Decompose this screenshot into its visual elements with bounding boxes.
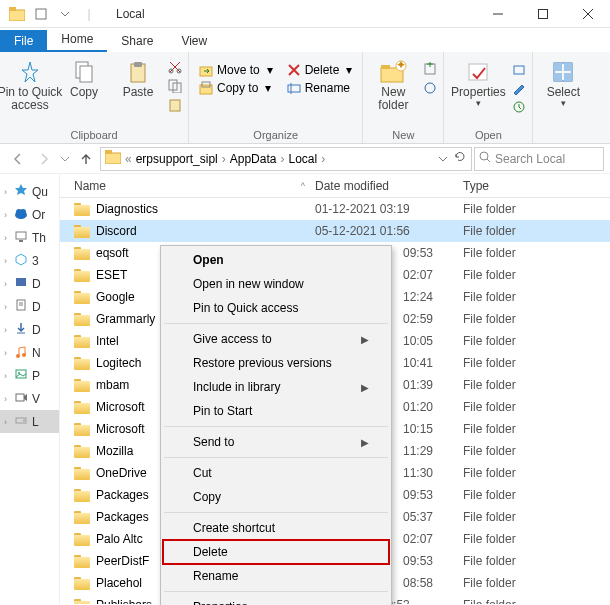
recent-button[interactable] — [58, 147, 72, 171]
app-menu-icon[interactable] — [32, 5, 50, 23]
sidebar-item[interactable]: ›3 — [0, 249, 59, 272]
file-name: PeerDistF — [96, 554, 149, 568]
sidebar-item[interactable]: ›Or — [0, 203, 59, 226]
ctx-rename[interactable]: Rename — [163, 564, 389, 588]
group-clipboard: Clipboard — [70, 127, 117, 141]
new-folder-button[interactable]: ✦New folder — [369, 56, 417, 116]
ctx-open-new-window[interactable]: Open in new window — [163, 272, 389, 296]
svg-rect-15 — [170, 100, 180, 111]
svg-point-52 — [22, 353, 26, 357]
col-date[interactable]: Date modified — [315, 179, 463, 193]
sidebar-item[interactable]: ›V — [0, 387, 59, 410]
tab-home[interactable]: Home — [47, 28, 107, 52]
open-icon[interactable] — [512, 62, 526, 79]
cut-icon[interactable] — [168, 60, 182, 77]
properties-button[interactable]: Properties▾ — [450, 56, 506, 113]
folder-icon — [74, 269, 90, 282]
ctx-include-library[interactable]: Include in library▶ — [163, 375, 389, 399]
file-name: ESET — [96, 268, 127, 282]
ctx-cut[interactable]: Cut — [163, 461, 389, 485]
up-button[interactable] — [74, 147, 98, 171]
address-box[interactable]: « erpsupport_sipl › AppData › Local › — [100, 147, 472, 171]
ctx-delete[interactable]: Delete — [163, 540, 389, 564]
file-name: Diagnostics — [96, 202, 158, 216]
ctx-restore-versions[interactable]: Restore previous versions — [163, 351, 389, 375]
ctx-open[interactable]: Open — [163, 248, 389, 272]
delete-button[interactable]: Delete▾ — [283, 62, 357, 78]
paste-shortcut-icon[interactable] — [168, 98, 182, 115]
qat-dropdown-icon[interactable] — [56, 5, 74, 23]
move-to-button[interactable]: Move to▾ — [195, 62, 277, 78]
file-name: Logitech — [96, 356, 141, 370]
col-type[interactable]: Type — [463, 179, 610, 193]
svg-rect-44 — [16, 232, 26, 239]
down-icon — [14, 321, 28, 338]
ctx-pin-start[interactable]: Pin to Start — [163, 399, 389, 423]
svg-point-28 — [425, 83, 435, 93]
new-item-icon[interactable] — [423, 62, 437, 79]
nav-pane[interactable]: ›Qu›Or›Th›3›D›D›D›N›P›V›L — [0, 174, 60, 604]
file-type: File folder — [463, 290, 610, 304]
sidebar-item[interactable]: ›D — [0, 295, 59, 318]
address-dropdown-icon[interactable] — [439, 152, 447, 166]
search-box[interactable]: Search Local — [474, 147, 604, 171]
tab-view[interactable]: View — [167, 30, 221, 52]
svg-rect-37 — [105, 153, 121, 164]
breadcrumb-seg-2[interactable]: AppData — [230, 152, 277, 166]
folder-icon — [74, 401, 90, 414]
maximize-button[interactable] — [520, 0, 565, 28]
breadcrumb-seg-3[interactable]: Local — [288, 152, 317, 166]
ctx-create-shortcut[interactable]: Create shortcut — [163, 516, 389, 540]
copy-button[interactable]: Copy — [60, 56, 108, 103]
sidebar-item[interactable]: ›D — [0, 318, 59, 341]
svg-rect-53 — [16, 370, 26, 378]
svg-rect-8 — [80, 66, 92, 82]
rename-button[interactable]: Rename — [283, 80, 357, 96]
forward-button[interactable] — [32, 147, 56, 171]
easy-access-icon[interactable] — [423, 81, 437, 98]
file-type: File folder — [463, 444, 610, 458]
svg-rect-55 — [16, 394, 24, 401]
edit-icon[interactable] — [512, 81, 526, 98]
window-title: Local — [106, 7, 145, 21]
note-icon — [14, 344, 28, 361]
select-button[interactable]: Select▾ — [539, 56, 587, 113]
file-name: Publishers — [96, 598, 152, 604]
folder-icon — [74, 291, 90, 304]
folder-icon — [74, 577, 90, 590]
file-type: File folder — [463, 334, 610, 348]
column-headers[interactable]: Name^ Date modified Type — [60, 174, 610, 198]
sidebar-item[interactable]: ›L — [0, 410, 59, 433]
back-button[interactable] — [6, 147, 30, 171]
tab-share[interactable]: Share — [107, 30, 167, 52]
breadcrumb-seg-1[interactable]: erpsupport_sipl — [136, 152, 218, 166]
sidebar-item[interactable]: ›N — [0, 341, 59, 364]
folder-icon — [74, 379, 90, 392]
file-row[interactable]: Diagnostics01-12-2021 03:19File folder — [60, 198, 610, 220]
sidebar-item[interactable]: ›P — [0, 364, 59, 387]
pc-icon — [14, 229, 28, 246]
ctx-give-access-to[interactable]: Give access to▶ — [163, 327, 389, 351]
history-icon[interactable] — [512, 100, 526, 117]
file-type: File folder — [463, 356, 610, 370]
ctx-properties[interactable]: Properties — [163, 595, 389, 605]
ctx-pin-quick-access[interactable]: Pin to Quick access — [163, 296, 389, 320]
close-button[interactable] — [565, 0, 610, 28]
paste-button[interactable]: Paste — [114, 56, 162, 103]
file-name: Mozilla — [96, 444, 133, 458]
sidebar-item[interactable]: ›Th — [0, 226, 59, 249]
file-type: File folder — [463, 488, 610, 502]
file-row[interactable]: Discord05-12-2021 01:56File folder — [60, 220, 610, 242]
folder-icon — [74, 335, 90, 348]
tab-file[interactable]: File — [0, 30, 47, 52]
sidebar-item[interactable]: ›D — [0, 272, 59, 295]
pin-quick-access-button[interactable]: Pin to Quick access — [6, 56, 54, 116]
copy-to-button[interactable]: Copy to▾ — [195, 80, 277, 96]
file-name: Microsoft — [96, 422, 145, 436]
sidebar-item[interactable]: ›Qu — [0, 180, 59, 203]
minimize-button[interactable] — [475, 0, 520, 28]
ctx-copy[interactable]: Copy — [163, 485, 389, 509]
ctx-send-to[interactable]: Send to▶ — [163, 430, 389, 454]
refresh-icon[interactable] — [453, 150, 467, 167]
copy-path-icon[interactable] — [168, 79, 182, 96]
